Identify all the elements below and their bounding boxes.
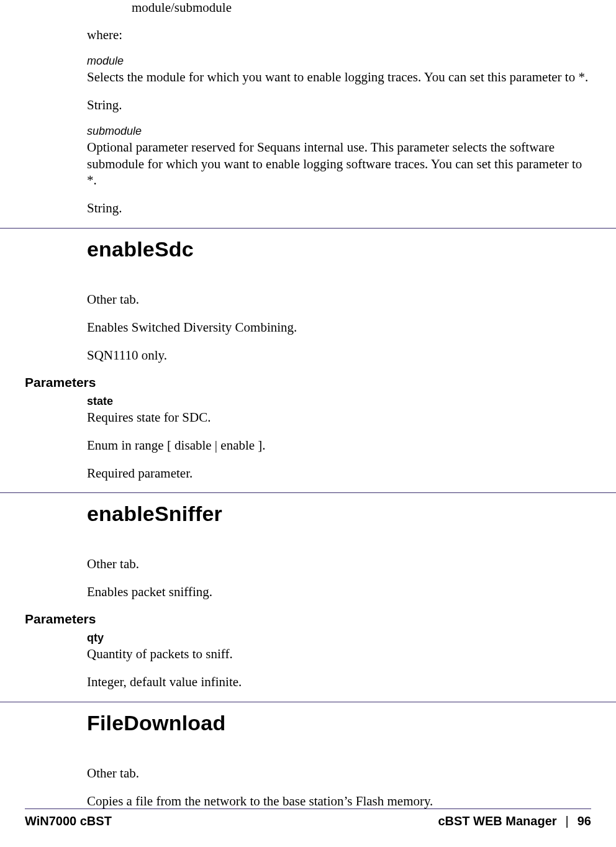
param-qty-name: qty	[87, 632, 591, 645]
section-divider	[0, 492, 616, 493]
enablesniffer-tab: Other tab.	[87, 556, 591, 573]
param-qty-desc: Quantity of packets to sniff.	[87, 646, 591, 663]
footer-left: WiN7000 cBST	[25, 814, 112, 828]
filedownload-tab: Other tab.	[87, 765, 591, 782]
synopsis-line: module/submodule	[132, 0, 591, 16]
section-divider	[0, 228, 616, 229]
enablesdc-tab: Other tab.	[87, 291, 591, 308]
footer-separator: |	[566, 814, 569, 828]
heading-enablesniffer: enableSniffer	[87, 498, 591, 527]
param-qty-type: Integer, default value infinite.	[87, 674, 591, 691]
param-module-type: String.	[87, 97, 591, 114]
heading-filedownload: FileDownload	[87, 707, 591, 736]
footer-page-number: 96	[578, 814, 591, 828]
parameters-label: Parameters	[25, 375, 591, 390]
section-divider	[0, 702, 616, 702]
param-module-name: module	[87, 55, 591, 68]
filedownload-desc: Copies a file from the network to the ba…	[87, 793, 591, 810]
param-state-name: state	[87, 395, 591, 408]
enablesdc-desc: Enables Switched Diversity Combining.	[87, 319, 591, 336]
param-state-desc: Requires state for SDC.	[87, 409, 591, 426]
footer-title: cBST WEB Manager	[438, 814, 556, 828]
page-footer: WiN7000 cBST cBST WEB Manager | 96	[25, 808, 591, 828]
enablesdc-note: SQN1110 only.	[87, 347, 591, 364]
param-submodule-type: String.	[87, 200, 591, 217]
parameters-label: Parameters	[25, 612, 591, 627]
param-state-req: Required parameter.	[87, 465, 591, 482]
param-submodule-desc: Optional parameter reserved for Sequans …	[87, 139, 591, 189]
heading-enablesdc: enableSdc	[87, 233, 591, 263]
param-submodule-name: submodule	[87, 125, 591, 138]
where-label: where:	[87, 27, 591, 43]
enablesniffer-desc: Enables packet sniffing.	[87, 584, 591, 600]
param-module-desc: Selects the module for which you want to…	[87, 69, 591, 86]
param-state-type: Enum in range [ disable | enable ].	[87, 437, 591, 454]
